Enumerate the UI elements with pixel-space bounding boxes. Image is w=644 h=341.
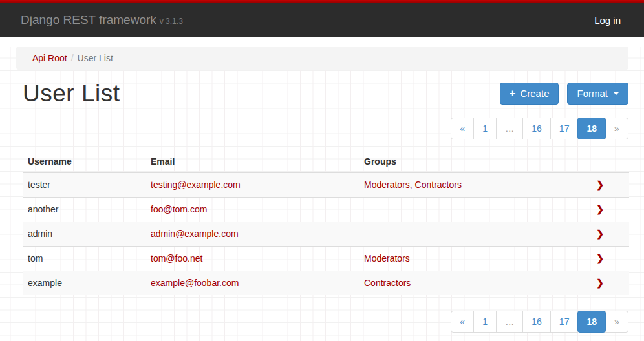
table-row: tester testing@example.com Moderators, C… — [23, 172, 629, 198]
pagination-page-18-active[interactable]: 18 — [577, 118, 606, 140]
header-detail — [571, 151, 629, 172]
version-label: v 3.1.3 — [160, 17, 183, 26]
pagination-page-1[interactable]: 1 — [473, 311, 497, 333]
groups-link[interactable]: Contractors — [364, 278, 411, 288]
pagination-page-18-active[interactable]: 18 — [577, 311, 606, 333]
email-link[interactable]: testing@example.com — [151, 180, 241, 190]
user-table: Username Email Groups tester testing@exa… — [23, 151, 629, 295]
pagination-page-1[interactable]: 1 — [473, 118, 497, 140]
caret-down-icon — [614, 92, 619, 95]
pagination-page-17[interactable]: 17 — [550, 118, 579, 140]
brand-link[interactable]: Django REST frameworkv 3.1.3 — [21, 13, 183, 27]
table-row: another foo@tom.com ❯ — [23, 198, 629, 222]
chevron-right-icon[interactable]: ❯ — [596, 180, 604, 190]
email-link[interactable]: foo@tom.com — [151, 204, 207, 214]
breadcrumb-separator: / — [71, 53, 74, 63]
format-button-label: Format — [577, 87, 608, 100]
username-cell: example — [23, 271, 145, 296]
pagination-bottom: « 1 … 16 17 18 » — [451, 311, 628, 333]
header-email: Email — [145, 151, 359, 172]
pagination-next-button: » — [605, 311, 628, 333]
chevron-right-icon[interactable]: ❯ — [596, 253, 604, 264]
page-background: Api Root/User List User List + Create Fo… — [0, 46, 644, 341]
email-link[interactable]: example@foobar.com — [151, 278, 239, 288]
login-link[interactable]: Log in — [594, 15, 621, 26]
username-cell: another — [23, 198, 145, 222]
breadcrumb-current: User List — [78, 53, 113, 63]
username-cell: tom — [23, 247, 145, 271]
pagination-top-row: « 1 … 16 17 18 » — [0, 118, 628, 140]
page-title: User List — [23, 80, 120, 107]
table-row: admin admin@example.com ❯ — [23, 222, 629, 247]
title-row: User List + Create Format — [23, 80, 628, 107]
username-cell: tester — [23, 172, 145, 198]
brand-title: Django REST framework — [21, 13, 156, 26]
chevron-right-icon[interactable]: ❯ — [596, 278, 604, 288]
pagination-ellipsis: … — [496, 118, 523, 140]
pagination-ellipsis: … — [496, 311, 523, 333]
format-dropdown-button[interactable]: Format — [567, 83, 628, 105]
pagination-bottom-row: « 1 … 16 17 18 » — [0, 311, 628, 333]
toolbar: + Create Format — [500, 83, 628, 105]
create-button-label: Create — [520, 87, 549, 100]
header-username: Username — [23, 151, 145, 172]
email-link[interactable]: tom@foo.net — [151, 253, 202, 264]
pagination-top: « 1 … 16 17 18 » — [451, 118, 628, 140]
pagination-prev-button[interactable]: « — [451, 311, 474, 333]
plus-icon: + — [510, 87, 515, 100]
groups-link[interactable]: Moderators, Contractors — [364, 180, 462, 190]
breadcrumb: Api Root/User List — [16, 46, 628, 70]
pagination-prev-button[interactable]: « — [451, 118, 474, 140]
username-cell: admin — [23, 222, 145, 247]
table-row: example example@foobar.com Contractors ❯ — [23, 271, 629, 296]
pagination-page-16[interactable]: 16 — [522, 311, 551, 333]
breadcrumb-api-root-link[interactable]: Api Root — [32, 53, 67, 63]
table-header-row: Username Email Groups — [23, 151, 629, 172]
email-link[interactable]: admin@example.com — [151, 229, 239, 239]
navbar: Django REST frameworkv 3.1.3 Log in — [0, 3, 644, 37]
chevron-right-icon[interactable]: ❯ — [596, 204, 604, 214]
create-button[interactable]: + Create — [500, 83, 559, 105]
table-row: tom tom@foo.net Moderators ❯ — [23, 247, 629, 271]
pagination-page-16[interactable]: 16 — [522, 118, 551, 140]
chevron-right-icon[interactable]: ❯ — [596, 229, 604, 239]
pagination-page-17[interactable]: 17 — [550, 311, 579, 333]
header-groups: Groups — [359, 151, 571, 172]
pagination-next-button: » — [605, 118, 628, 140]
groups-link[interactable]: Moderators — [364, 253, 410, 264]
